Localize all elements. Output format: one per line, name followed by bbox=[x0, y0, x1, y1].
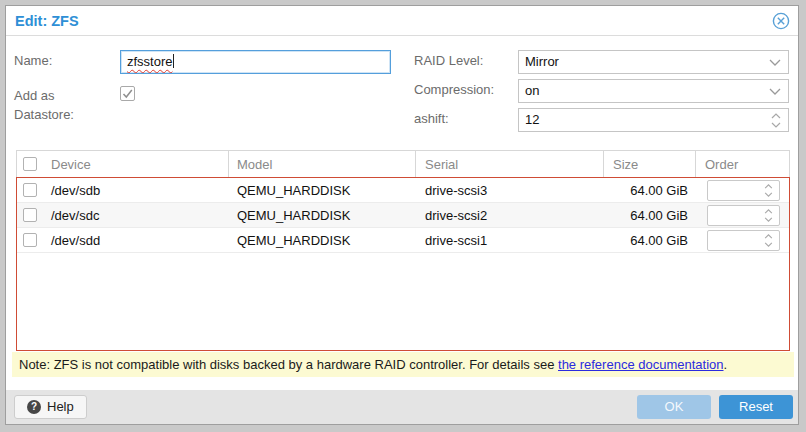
spinner-up-down-icon[interactable] bbox=[764, 206, 773, 225]
serial-cell: drive-scsi2 bbox=[416, 203, 604, 227]
reset-button[interactable]: Reset bbox=[719, 395, 793, 419]
column-header-device[interactable]: Device bbox=[43, 151, 229, 177]
raid-level-label: RAID Level: bbox=[414, 49, 483, 73]
name-input[interactable]: zfsstore bbox=[120, 50, 391, 74]
order-spinner[interactable] bbox=[707, 205, 780, 226]
column-header-order[interactable]: Order bbox=[696, 151, 789, 177]
size-cell: 64.00 GiB bbox=[604, 178, 696, 202]
datastore-checkbox[interactable] bbox=[120, 86, 135, 101]
spinner-up-down-icon[interactable] bbox=[764, 181, 773, 200]
dialog-footer: ? Help OK Reset bbox=[6, 390, 798, 424]
model-cell: QEMU_HARDDISK bbox=[229, 228, 416, 252]
size-cell: 64.00 GiB bbox=[604, 228, 696, 252]
serial-cell: drive-scsi1 bbox=[416, 228, 604, 252]
disk-table-header: Device Model Serial Size Order bbox=[16, 150, 790, 177]
row-checkbox[interactable] bbox=[23, 208, 37, 222]
chevron-down-icon[interactable] bbox=[769, 51, 781, 73]
help-button[interactable]: ? Help bbox=[14, 395, 87, 419]
compression-select[interactable]: on bbox=[518, 79, 789, 103]
help-button-label: Help bbox=[47, 395, 74, 419]
row-checkbox[interactable] bbox=[23, 233, 37, 247]
table-row[interactable]: /dev/sdc QEMU_HARDDISK drive-scsi2 64.00… bbox=[17, 203, 789, 228]
device-cell: /dev/sdc bbox=[43, 203, 229, 227]
spinner-up-down-icon[interactable] bbox=[771, 109, 781, 131]
datastore-label: Add as Datastore: bbox=[14, 86, 86, 124]
compression-value: on bbox=[525, 83, 539, 98]
size-cell: 64.00 GiB bbox=[604, 203, 696, 227]
order-spinner[interactable] bbox=[707, 180, 780, 201]
dialog-header: Edit: ZFS bbox=[6, 6, 798, 36]
zfs-note: Note: ZFS is not compatible with disks b… bbox=[12, 352, 794, 377]
order-spinner[interactable] bbox=[707, 230, 780, 251]
name-value: zfsstore bbox=[127, 54, 173, 69]
close-icon[interactable] bbox=[772, 12, 790, 30]
raid-level-select[interactable]: Mirror bbox=[518, 50, 789, 74]
serial-cell: drive-scsi3 bbox=[416, 178, 604, 202]
ashift-spinner[interactable]: 12 bbox=[518, 108, 789, 132]
select-all-checkbox[interactable] bbox=[23, 157, 37, 171]
reference-documentation-link[interactable]: the reference documentation bbox=[558, 357, 724, 372]
table-row[interactable]: /dev/sdb QEMU_HARDDISK drive-scsi3 64.00… bbox=[17, 178, 789, 203]
compression-label: Compression: bbox=[414, 78, 494, 102]
row-checkbox[interactable] bbox=[23, 183, 37, 197]
spinner-up-down-icon[interactable] bbox=[764, 231, 773, 250]
device-cell: /dev/sdb bbox=[43, 178, 229, 202]
column-header-model[interactable]: Model bbox=[229, 151, 416, 177]
raid-level-value: Mirror bbox=[525, 54, 559, 69]
disk-table-body: /dev/sdb QEMU_HARDDISK drive-scsi3 64.00… bbox=[16, 177, 790, 351]
device-cell: /dev/sdd bbox=[43, 228, 229, 252]
note-text: Note: ZFS is not compatible with disks b… bbox=[19, 357, 558, 372]
disk-table: Device Model Serial Size Order /dev/sdb … bbox=[16, 150, 790, 351]
chevron-down-icon[interactable] bbox=[769, 80, 781, 102]
column-header-size[interactable]: Size bbox=[604, 151, 696, 177]
question-mark-icon: ? bbox=[27, 400, 41, 414]
edit-zfs-dialog: Edit: ZFS Name: zfsstore Add as Datastor… bbox=[5, 5, 799, 425]
text-caret bbox=[173, 54, 174, 68]
ok-button[interactable]: OK bbox=[637, 395, 711, 419]
ashift-label: ashift: bbox=[414, 107, 449, 131]
ashift-value: 12 bbox=[525, 112, 539, 127]
table-row[interactable]: /dev/sdd QEMU_HARDDISK drive-scsi1 64.00… bbox=[17, 228, 789, 253]
model-cell: QEMU_HARDDISK bbox=[229, 203, 416, 227]
dialog-title: Edit: ZFS bbox=[15, 6, 79, 36]
model-cell: QEMU_HARDDISK bbox=[229, 178, 416, 202]
column-header-serial[interactable]: Serial bbox=[416, 151, 604, 177]
name-label: Name: bbox=[14, 49, 52, 73]
note-suffix: . bbox=[724, 357, 728, 372]
